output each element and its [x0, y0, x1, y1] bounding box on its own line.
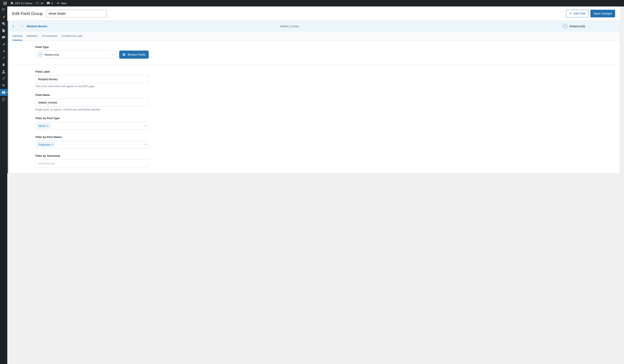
svg-point-2 — [565, 26, 566, 27]
field-name-input[interactable] — [35, 98, 149, 107]
tag-movie: Movie × — [37, 123, 50, 128]
admin-sidebar — [0, 6, 7, 364]
field-card: 1 Related Movies related_movies Relation… — [7, 21, 620, 173]
field-row-header[interactable]: 1 Related Movies related_movies Relation… — [8, 21, 620, 31]
setting-field-type: Field Type Relationship — [35, 46, 149, 59]
nav-tools[interactable] — [0, 75, 7, 82]
nav-comments[interactable] — [0, 34, 7, 41]
user-icon — [2, 70, 6, 74]
media-icon — [2, 22, 6, 26]
svg-point-0 — [2, 98, 5, 101]
field-label-label: Field Label — [35, 70, 149, 73]
nav-appearance[interactable] — [0, 55, 7, 61]
plug-icon — [2, 63, 6, 67]
field-type-value: Relationship — [45, 53, 59, 56]
field-type-select[interactable]: Relationship — [35, 50, 116, 59]
setting-filter-post-status: Filter by Post Status Published × × — [35, 136, 149, 149]
comment-icon — [2, 35, 6, 39]
field-label-link[interactable]: Related Movies — [27, 25, 280, 28]
nav-pages[interactable] — [0, 27, 7, 34]
nav-plugins[interactable] — [0, 61, 7, 68]
svg-point-1 — [564, 26, 565, 27]
tag-published: Published × — [37, 142, 55, 147]
acf-icon — [2, 90, 6, 95]
relationship-icon — [564, 25, 566, 27]
sliders-icon — [2, 84, 6, 88]
field-label-input[interactable] — [35, 75, 149, 83]
tab-general[interactable]: General — [13, 31, 22, 40]
svg-point-3 — [39, 54, 40, 55]
field-tabs: General Validation Presentation Conditio… — [8, 31, 620, 41]
field-type-display: Relationship — [563, 24, 615, 29]
refresh-icon — [36, 1, 39, 5]
pin-icon — [2, 15, 6, 19]
add-field-label: Add Field — [573, 12, 585, 15]
plus-icon — [56, 1, 60, 5]
tag-published-remove[interactable]: × — [52, 143, 53, 146]
divider — [8, 64, 620, 65]
nav-dashboard[interactable] — [0, 6, 7, 13]
adminbar-new-label: New — [61, 2, 66, 5]
save-changes-button[interactable]: Save Changes — [590, 10, 615, 17]
field-key: related_movies — [280, 25, 563, 28]
setting-filter-taxonomy: Filter by Taxonomy All taxonomies — [35, 154, 149, 168]
filter-post-status-label: Filter by Post Status — [35, 136, 149, 139]
relationship-type-icon — [563, 24, 568, 29]
plus-icon — [569, 12, 572, 15]
tag-movie-remove[interactable]: × — [47, 124, 49, 127]
setting-filter-post-type: Filter by Post Type Movie × × — [35, 117, 149, 130]
filter-post-type-clear[interactable]: × — [145, 124, 147, 128]
chevron-down-icon — [111, 53, 114, 56]
field-collapse-toggle[interactable] — [19, 25, 26, 28]
setting-field-name: Field Name Single word, no spaces. Under… — [35, 94, 149, 111]
setting-field-label: Field Label This is the name which will … — [35, 70, 149, 88]
nav-media[interactable] — [0, 20, 7, 27]
filter-taxonomy-placeholder: All taxonomies — [38, 162, 55, 165]
pin-icon — [2, 49, 6, 53]
filter-taxonomy-input[interactable]: All taxonomies — [35, 159, 149, 168]
add-field-button[interactable]: Add Field — [566, 10, 588, 17]
save-changes-label: Save Changes — [594, 12, 612, 15]
nav-acf[interactable] — [0, 89, 7, 96]
admin-bar: ACF 6.1 Demo 14 0 New — [0, 0, 624, 6]
tab-presentation[interactable]: Presentation — [42, 31, 57, 40]
field-type-label: Field Type — [35, 46, 149, 49]
grid-icon — [122, 53, 126, 56]
nav-users[interactable] — [0, 68, 7, 75]
tag-published-label: Published — [39, 143, 50, 146]
filter-post-type-input[interactable]: Movie × × — [35, 122, 149, 130]
browse-fields-button[interactable]: Browse Fields — [119, 50, 149, 59]
tab-conditional-logic[interactable]: Conditional Logic — [61, 31, 82, 40]
adminbar-updates[interactable]: 14 — [34, 0, 45, 6]
filter-taxonomy-label: Filter by Taxonomy — [35, 154, 149, 157]
field-name-label: Field Name — [35, 94, 149, 97]
field-group-title-input[interactable] — [46, 10, 107, 17]
brush-icon — [2, 56, 6, 60]
filter-post-status-input[interactable]: Published × × — [35, 141, 149, 149]
nav-collapse[interactable] — [0, 96, 7, 103]
adminbar-site[interactable]: ACF 6.1 Demo — [8, 0, 34, 6]
comment-icon — [47, 1, 50, 5]
adminbar-comments[interactable]: 0 — [45, 0, 54, 6]
nav-settings[interactable] — [0, 82, 7, 89]
adminbar-comments-count: 0 — [52, 2, 53, 5]
pin-icon — [2, 42, 6, 46]
adminbar-new[interactable]: New — [55, 0, 68, 6]
wp-logo[interactable] — [2, 0, 8, 6]
wordpress-icon — [3, 1, 7, 5]
browse-fields-label: Browse Fields — [128, 53, 146, 56]
chevron-up-icon — [21, 25, 24, 27]
tab-validation[interactable]: Validation — [26, 31, 38, 40]
nav-cpt-2[interactable] — [0, 48, 7, 55]
adminbar-updates-count: 14 — [40, 2, 43, 5]
tag-movie-label: Movie — [39, 124, 46, 127]
wrench-icon — [2, 77, 6, 81]
page-icon — [2, 28, 6, 33]
nav-cpt-1[interactable] — [0, 41, 7, 48]
filter-post-status-clear[interactable]: × — [145, 143, 147, 146]
filter-post-type-label: Filter by Post Type — [35, 117, 149, 120]
nav-posts[interactable] — [0, 13, 7, 20]
svg-point-4 — [40, 54, 41, 55]
relationship-icon — [38, 52, 43, 57]
collapse-icon — [2, 97, 6, 101]
